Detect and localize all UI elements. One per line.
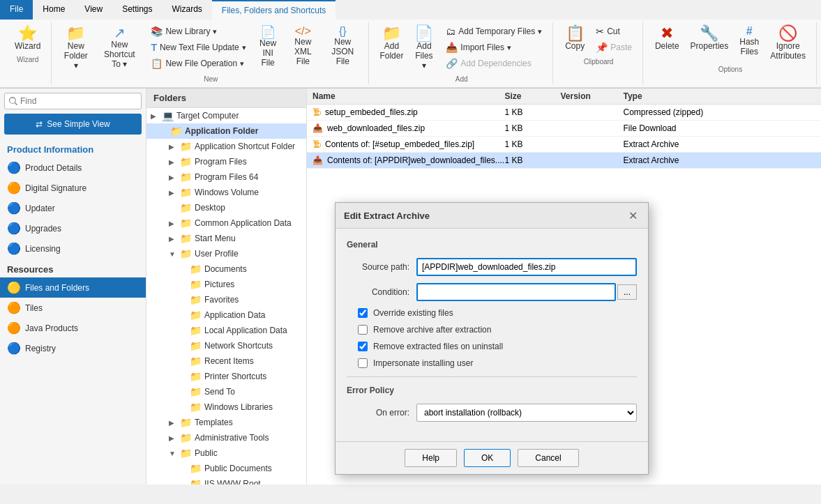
checkbox-override: Override existing files xyxy=(347,308,637,318)
cancel-button[interactable]: Cancel xyxy=(518,449,578,467)
impersonate-checkbox[interactable] xyxy=(358,358,368,368)
tree-item-admin-tools[interactable]: ▶ 📁 Administrative Tools xyxy=(146,430,306,445)
paste-button[interactable]: 📌 Paste xyxy=(591,40,637,55)
tree-item-program-files-64[interactable]: ▶ 📁 Program Files 64 xyxy=(146,169,306,185)
new-json-button[interactable]: {} NewJSON File xyxy=(322,24,363,68)
general-section-label: General xyxy=(347,240,637,250)
new-folder-icon: 📁 xyxy=(66,26,85,41)
remove-archive-checkbox[interactable] xyxy=(358,325,368,335)
copy-button[interactable]: 📋 Copy xyxy=(560,24,589,53)
licensing-icon: 🔵 xyxy=(7,242,21,255)
copy-icon: 📋 xyxy=(566,26,585,41)
tree-item-send-to[interactable]: 📁 Send To xyxy=(146,384,306,399)
file-row-3[interactable]: 📥 Contents of: [APPDIR]web_downloaded_fi… xyxy=(307,153,821,169)
override-label: Override existing files xyxy=(373,308,453,318)
file-row-1[interactable]: 📥 web_downloaded_files.zip 1 KB File Dow… xyxy=(307,121,821,137)
see-simple-view-button[interactable]: ⇄ See Simple View xyxy=(4,114,142,135)
new-ini-button[interactable]: 📄 NewINI File xyxy=(253,24,284,70)
new-shortcut-button[interactable]: ↗ New ShortcutTo ▾ xyxy=(94,24,144,71)
delete-button[interactable]: ✖ Delete xyxy=(650,24,684,53)
tree-item-printer-shortcuts[interactable]: 📁 Printer Shortcuts xyxy=(146,369,306,384)
sidebar-item-tiles[interactable]: 🟠 Tiles xyxy=(0,298,146,318)
ok-button[interactable]: OK xyxy=(464,449,511,467)
source-path-input[interactable] xyxy=(416,258,637,276)
help-button[interactable]: Help xyxy=(405,449,457,467)
tree-item-application-folder[interactable]: 📁 Application Folder xyxy=(146,123,306,139)
folder-tree: Folders ▶ 💻 Target Computer 📁 Applicatio… xyxy=(146,89,307,484)
new-library-button[interactable]: 📚 New Library ▾ xyxy=(146,24,250,39)
file-row-0[interactable]: 🗜 setup_embeded_files.zip 1 KB Compresse… xyxy=(307,105,821,121)
hash-icon: # xyxy=(746,26,753,37)
java-icon: 🟠 xyxy=(7,321,21,335)
add-folder-button[interactable]: 📁 AddFolder xyxy=(376,24,407,63)
tree-item-public[interactable]: ▼ 📁 Public xyxy=(146,445,306,461)
tree-item-documents[interactable]: 📁 Documents xyxy=(146,261,306,277)
ignore-attributes-button[interactable]: 🚫 IgnoreAttributes xyxy=(765,24,811,63)
remove-extracted-checkbox[interactable] xyxy=(358,342,368,351)
properties-button[interactable]: 🔧 Properties xyxy=(686,24,734,53)
product-info-label: Product Information xyxy=(0,139,146,158)
tree-item-app-shortcut-folder[interactable]: ▶ 📁 Application Shortcut Folder xyxy=(146,139,306,154)
add-files-button[interactable]: 📄 AddFiles ▾ xyxy=(409,24,440,72)
sidebar-item-registry[interactable]: 🔵 Registry xyxy=(0,338,146,358)
new-folder-button[interactable]: 📁 NewFolder ▾ xyxy=(59,24,93,72)
tree-item-network-shortcuts[interactable]: 📁 Network Shortcuts xyxy=(146,338,306,353)
tab-home[interactable]: Home xyxy=(33,0,75,20)
sidebar-item-files-and-folders[interactable]: 🟡 Files and Folders xyxy=(0,277,146,298)
public-icon: 📁 xyxy=(180,448,192,459)
add-files-icon: 📄 xyxy=(414,26,433,41)
tree-item-user-profile[interactable]: ▼ 📁 User Profile xyxy=(146,246,306,261)
sidebar-item-upgrades[interactable]: 🔵 Upgrades xyxy=(0,218,146,238)
tree-item-local-app-data[interactable]: 📁 Local Application Data xyxy=(146,323,306,338)
file-row-2[interactable]: 🗜 Contents of: [#setup_embeded_files.zip… xyxy=(307,137,821,153)
sidebar-item-updater[interactable]: 🔵 Updater xyxy=(0,198,146,218)
tree-item-iis-www-root[interactable]: 📁 IIS WWW Root xyxy=(146,476,306,484)
sidebar-item-java-products[interactable]: 🟠 Java Products xyxy=(0,318,146,338)
tree-item-target-computer[interactable]: ▶ 💻 Target Computer xyxy=(146,108,306,123)
import-files-button[interactable]: 📥 Import Files ▾ xyxy=(441,40,547,55)
new-file-operation-button[interactable]: 📋 New File Operation ▾ xyxy=(146,56,250,71)
favorites-icon: 📁 xyxy=(190,294,202,305)
sidebar-item-licensing[interactable]: 🔵 Licensing xyxy=(0,238,146,259)
dl-icon-1: 📥 xyxy=(312,123,323,133)
ribbon-content: ⭐ Wizard Wizard 📁 NewFolder ▾ ↗ New Shor… xyxy=(0,20,821,88)
source-path-field: Source path: xyxy=(347,258,637,276)
tree-item-templates[interactable]: ▶ 📁 Templates xyxy=(146,415,306,430)
add-temporary-button[interactable]: 🗂 Add Temporary Files ▾ xyxy=(441,24,547,39)
tab-wizards[interactable]: Wizards xyxy=(163,0,212,20)
new-text-file-button[interactable]: T New Text File Update ▾ xyxy=(146,40,250,55)
dialog-close-button[interactable]: ✕ xyxy=(626,208,640,222)
new-xml-button[interactable]: </> NewXML File xyxy=(285,24,321,68)
tree-item-program-files[interactable]: ▶ 📁 Program Files xyxy=(146,154,306,169)
clipboard-group-label: Clipboard xyxy=(584,56,614,66)
tab-view[interactable]: View xyxy=(75,0,112,20)
arrow-icon: ▶ xyxy=(169,220,177,227)
tree-item-common-app-data[interactable]: ▶ 📁 Common Application Data xyxy=(146,215,306,231)
iis-www-root-icon: 📁 xyxy=(190,478,202,484)
tree-item-pictures[interactable]: 📁 Pictures xyxy=(146,277,306,292)
hash-files-button[interactable]: # HashFiles xyxy=(735,24,764,59)
tab-settings[interactable]: Settings xyxy=(112,0,162,20)
tree-item-windows-libraries[interactable]: 📁 Windows Libraries xyxy=(146,399,306,415)
tab-file[interactable]: File xyxy=(0,0,33,20)
on-error-select[interactable]: abort installation (rollback) continue p… xyxy=(416,404,637,422)
tab-files-folders-shortcuts[interactable]: Files, Folders and Shortcuts xyxy=(212,0,336,20)
tree-item-windows-volume[interactable]: ▶ 📁 Windows Volume xyxy=(146,185,306,200)
condition-browse-button[interactable]: ... xyxy=(617,284,637,300)
wizard-button[interactable]: ⭐ Wizard xyxy=(10,24,45,53)
app-shortcut-icon: 📁 xyxy=(180,141,192,152)
tree-item-favorites[interactable]: 📁 Favorites xyxy=(146,292,306,307)
cut-button[interactable]: ✂ Cut xyxy=(591,24,637,39)
tree-item-app-data[interactable]: 📁 Application Data xyxy=(146,307,306,323)
impersonate-label: Impersonate installing user xyxy=(373,358,473,368)
tree-item-start-menu[interactable]: ▶ 📁 Start Menu xyxy=(146,231,306,246)
sidebar-item-product-details[interactable]: 🔵 Product Details xyxy=(0,158,146,178)
search-input[interactable] xyxy=(4,93,142,109)
sidebar-item-digital-signature[interactable]: 🟠 Digital Signature xyxy=(0,178,146,198)
tree-item-public-documents[interactable]: 📁 Public Documents xyxy=(146,461,306,476)
add-dependencies-button[interactable]: 🔗 Add Dependencies xyxy=(441,56,547,71)
tree-item-recent-items[interactable]: 📁 Recent Items xyxy=(146,353,306,369)
override-checkbox[interactable] xyxy=(358,308,368,318)
condition-input[interactable] xyxy=(416,283,616,301)
tree-item-desktop[interactable]: 📁 Desktop xyxy=(146,200,306,215)
